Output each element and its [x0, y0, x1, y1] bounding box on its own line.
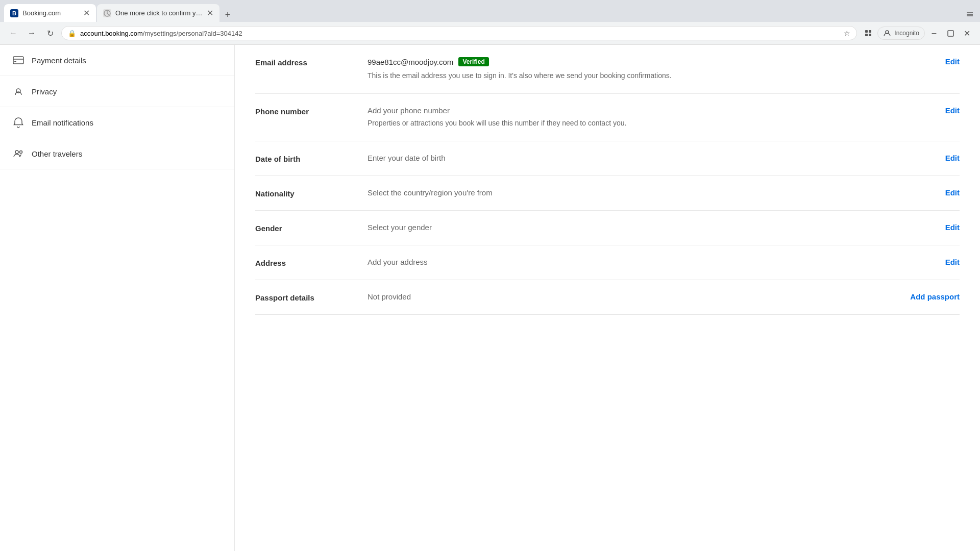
address-bar[interactable]: 🔒 account.booking.com/mysettings/persona…	[61, 26, 857, 40]
passport-placeholder: Not provided	[368, 292, 910, 301]
address-value: Add your address	[368, 258, 945, 266]
bookmark-icon[interactable]: ☆	[844, 29, 850, 37]
extensions-button[interactable]	[861, 26, 875, 40]
svg-rect-2	[869, 30, 871, 33]
new-tab-button[interactable]: +	[220, 8, 235, 22]
sidebar-label-other-travelers: Other travelers	[32, 149, 82, 158]
back-button[interactable]: ←	[6, 26, 20, 40]
sidebar-item-other-travelers[interactable]: Other travelers	[0, 138, 234, 169]
tab-favicon-2	[103, 9, 111, 17]
tab-close-1[interactable]: ✕	[83, 8, 90, 18]
gender-label: Gender	[255, 223, 368, 233]
browser-tab-2[interactable]: One more click to confirm your ✕	[97, 4, 219, 22]
phone-number-value: Add your phone number Properties or attr…	[368, 106, 945, 129]
svg-rect-3	[865, 34, 868, 36]
browser-tab-1[interactable]: B Booking.com ✕	[4, 4, 96, 22]
sidebar-label-privacy: Privacy	[32, 87, 57, 96]
lock-icon: 🔒	[68, 30, 76, 37]
page-layout: Payment details Privacy Email notificati…	[0, 45, 980, 551]
dob-edit-button[interactable]: Edit	[945, 154, 960, 162]
tab-title-2: One more click to confirm your	[115, 9, 203, 17]
add-passport-button[interactable]: Add passport	[910, 292, 960, 301]
url-text: account.booking.com/mysettings/personal?…	[80, 30, 840, 37]
gender-row: Gender Select your gender Edit	[255, 211, 960, 245]
email-address-row: Email address 99ae81cc@moodjoy.com Verif…	[255, 45, 960, 94]
phone-number-row: Phone number Add your phone number Prope…	[255, 94, 960, 141]
date-of-birth-row: Date of birth Enter your date of birth E…	[255, 141, 960, 176]
phone-number-label: Phone number	[255, 106, 368, 116]
tab-favicon-1: B	[10, 9, 18, 17]
phone-description: Properties or attractions you book will …	[368, 118, 945, 129]
svg-rect-1	[865, 30, 868, 33]
svg-rect-4	[869, 34, 871, 36]
sidebar-item-payment-details[interactable]: Payment details	[0, 45, 234, 76]
main-content: Email address 99ae81cc@moodjoy.com Verif…	[235, 45, 980, 551]
address-row: Address Add your address Edit	[255, 245, 960, 280]
sidebar-label-email-notifications: Email notifications	[32, 118, 93, 127]
credit-card-icon	[12, 54, 24, 66]
close-window-button[interactable]: ✕	[960, 26, 974, 40]
nationality-row: Nationality Select the country/region yo…	[255, 176, 960, 211]
passport-details-value: Not provided	[368, 292, 910, 301]
incognito-badge[interactable]: Incognito	[877, 27, 925, 40]
svg-rect-7	[13, 57, 23, 64]
sidebar-item-privacy[interactable]: Privacy	[0, 76, 234, 107]
nationality-label: Nationality	[255, 188, 368, 198]
svg-rect-8	[14, 61, 16, 62]
restore-button[interactable]	[943, 26, 958, 40]
passport-details-label: Passport details	[255, 292, 368, 302]
url-path: /mysettings/personal?aid=304142	[143, 30, 242, 37]
travelers-icon	[12, 147, 24, 160]
passport-details-row: Passport details Not provided Add passpo…	[255, 280, 960, 315]
address-placeholder: Add your address	[368, 258, 945, 266]
svg-point-10	[15, 151, 18, 154]
email-description: This is the email address you use to sig…	[368, 70, 945, 81]
gender-edit-button[interactable]: Edit	[945, 223, 960, 232]
phone-placeholder: Add your phone number	[368, 106, 945, 115]
email-address-label: Email address	[255, 57, 368, 67]
nationality-value: Select the country/region you're from	[368, 188, 945, 197]
svg-rect-6	[948, 31, 953, 36]
forward-button[interactable]: →	[24, 26, 39, 40]
url-host: account.booking.com	[80, 30, 143, 37]
privacy-icon	[12, 85, 24, 97]
verified-badge: Verified	[458, 57, 488, 66]
sidebar-label-payment-details: Payment details	[32, 56, 86, 65]
bell-icon	[12, 116, 24, 129]
date-of-birth-value: Enter your date of birth	[368, 154, 945, 162]
email-text: 99ae81cc@moodjoy.com	[368, 58, 453, 66]
tab-list-button[interactable]	[964, 8, 976, 22]
address-label: Address	[255, 258, 368, 267]
email-address-value: 99ae81cc@moodjoy.com Verified This is th…	[368, 57, 945, 81]
reload-button[interactable]: ↻	[43, 26, 57, 40]
email-line: 99ae81cc@moodjoy.com Verified	[368, 57, 945, 66]
gender-value: Select your gender	[368, 223, 945, 232]
minimize-button[interactable]: –	[927, 26, 941, 40]
nationality-edit-button[interactable]: Edit	[945, 188, 960, 197]
toolbar-right: Incognito – ✕	[861, 26, 974, 40]
browser-chrome: B Booking.com ✕ One more click to confir…	[0, 0, 980, 45]
date-of-birth-label: Date of birth	[255, 154, 368, 163]
address-edit-button[interactable]: Edit	[945, 258, 960, 266]
tab-close-2[interactable]: ✕	[207, 8, 213, 18]
browser-tabs: B Booking.com ✕ One more click to confir…	[0, 0, 980, 22]
sidebar: Payment details Privacy Email notificati…	[0, 45, 235, 551]
svg-point-11	[20, 151, 22, 154]
nationality-placeholder: Select the country/region you're from	[368, 188, 945, 197]
sidebar-item-email-notifications[interactable]: Email notifications	[0, 107, 234, 138]
tab-title-1: Booking.com	[22, 9, 79, 17]
phone-edit-button[interactable]: Edit	[945, 106, 960, 115]
gender-placeholder: Select your gender	[368, 223, 945, 232]
incognito-label: Incognito	[894, 30, 919, 37]
browser-toolbar: ← → ↻ 🔒 account.booking.com/mysettings/p…	[0, 22, 980, 44]
dob-placeholder: Enter your date of birth	[368, 154, 945, 162]
email-edit-button[interactable]: Edit	[945, 57, 960, 66]
